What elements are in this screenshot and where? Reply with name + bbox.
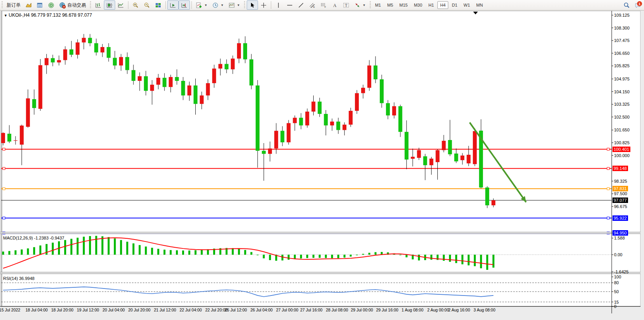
data-window-button[interactable]: [34, 0, 46, 10]
vertical-line-tool[interactable]: [273, 0, 284, 10]
indicators-button[interactable]: ▼: [193, 0, 210, 10]
svg-text:F: F: [325, 6, 326, 8]
timeframe-m15-button[interactable]: M15: [397, 1, 410, 9]
macd-histogram-bar: [33, 247, 35, 255]
candle-body: [7, 134, 11, 142]
candle-body: [125, 57, 129, 70]
candle-body: [423, 156, 427, 165]
autotrading-button[interactable]: 自动交易: [57, 0, 88, 10]
search-button[interactable]: [621, 0, 632, 10]
macd-histogram-bar: [77, 238, 79, 255]
periods-button[interactable]: ▼: [210, 0, 226, 10]
timeframe-w1-button[interactable]: W1: [461, 1, 473, 9]
cursor-button[interactable]: [247, 0, 258, 10]
notifications-button[interactable]: 1: [632, 0, 644, 10]
time-axis-label: 15 Jul 2022: [0, 308, 20, 312]
auto-scroll-button[interactable]: [167, 0, 179, 10]
bar-chart-button[interactable]: [93, 0, 104, 10]
candle-body: [336, 122, 340, 130]
candle-body: [212, 68, 216, 83]
macd-histogram-bar: [64, 240, 66, 255]
candle-body: [491, 200, 495, 205]
rsi-axis-label: 100: [614, 275, 621, 279]
price-axis-label: 107.475: [614, 38, 630, 43]
candle-body: [380, 79, 384, 103]
candle-body: [107, 47, 111, 58]
macd-histogram-bar: [449, 255, 451, 262]
time-axis-label: 20 Jul 04:00: [102, 308, 125, 312]
candle-body: [448, 140, 452, 154]
toolbar-grip[interactable]: [243, 1, 246, 9]
macd-histogram-bar: [70, 239, 72, 255]
arrows-caret: ▼: [363, 3, 366, 7]
line-chart-button[interactable]: [115, 0, 126, 10]
candle-body: [436, 150, 440, 162]
candle-body: [51, 58, 55, 62]
zoom-out-button[interactable]: [141, 0, 153, 10]
macd-histogram-bar: [232, 248, 234, 255]
chart-title-collapse-icon[interactable]: ▼: [4, 14, 7, 17]
data-window-icon: [37, 2, 43, 9]
timeframe-m1-button[interactable]: M1: [372, 1, 384, 9]
crosshair-icon: [260, 2, 267, 9]
macd-histogram-bar: [350, 255, 352, 257]
macd-histogram-bar: [256, 255, 258, 255]
price-axis-label: 104.150: [614, 89, 630, 94]
tile-windows-button[interactable]: [153, 0, 164, 10]
timeframe-d1-button[interactable]: D1: [449, 1, 460, 9]
chart-shift-button[interactable]: [179, 0, 190, 10]
candle-body: [39, 65, 42, 109]
candle-body: [138, 76, 142, 81]
macd-histogram-bar: [182, 250, 184, 255]
timeframe-h4-button[interactable]: H4: [437, 1, 448, 9]
candle-body: [169, 77, 173, 87]
candle-body: [485, 187, 489, 205]
horizontal-line-tool[interactable]: [284, 0, 295, 10]
text-label-tool[interactable]: T: [340, 0, 352, 10]
new-order-button[interactable]: 新订单: [4, 0, 23, 10]
rsi-axis-label: 0: [614, 304, 616, 309]
candle-body: [144, 76, 148, 91]
candle-body: [113, 58, 117, 66]
navigator-button[interactable]: [46, 0, 57, 10]
candle-body: [268, 149, 272, 154]
timeframe-h1-button[interactable]: H1: [426, 1, 437, 9]
macd-histogram-bar: [251, 252, 253, 255]
candle-body: [57, 60, 61, 63]
zoom-in-button[interactable]: [130, 0, 141, 10]
time-axis-label: 18 Jul 20:00: [51, 308, 73, 312]
text-tool[interactable]: A: [329, 0, 340, 10]
candle-body: [231, 59, 235, 70]
timeframe-m5-button[interactable]: M5: [384, 1, 396, 9]
macd-histogram-bar: [2, 252, 4, 255]
toolbar-grip[interactable]: [369, 1, 372, 9]
crosshair-button[interactable]: [258, 0, 269, 10]
macd-histogram-bar: [480, 255, 482, 268]
toolbar-grip[interactable]: [1, 1, 4, 9]
chart-canvas[interactable]: [0, 11, 644, 320]
price-axis-label: 97.500: [614, 191, 627, 196]
channel-tool[interactable]: E: [307, 0, 318, 10]
fibonacci-tool[interactable]: F: [318, 0, 329, 10]
macd-histogram-bar: [201, 250, 203, 255]
timeframe-m30-button[interactable]: M30: [411, 1, 425, 9]
candlestick-chart-button[interactable]: [104, 0, 115, 10]
candle-body: [398, 106, 402, 132]
hline-price-tag: 100.401: [612, 147, 630, 152]
chart-window-button[interactable]: [23, 0, 34, 10]
macd-histogram-bar: [362, 254, 364, 255]
rsi-axis-label: 50: [614, 289, 619, 294]
arrows-tool[interactable]: ▼: [352, 0, 368, 10]
timeframe-mn-button[interactable]: MN: [474, 1, 486, 9]
candle-body: [256, 86, 260, 151]
macd-histogram-bar: [132, 243, 134, 255]
macd-histogram-bar: [95, 236, 97, 255]
templates-button[interactable]: ▼: [226, 0, 242, 10]
macd-histogram-bar: [114, 238, 116, 255]
toolbar-grip[interactable]: [89, 1, 92, 9]
candle-body: [243, 43, 247, 59]
macd-axis-label: 1.588: [614, 236, 625, 240]
trendline-tool[interactable]: [295, 0, 307, 10]
hline-price-tag: 99.148: [612, 166, 628, 171]
macd-histogram-bar: [468, 255, 470, 265]
